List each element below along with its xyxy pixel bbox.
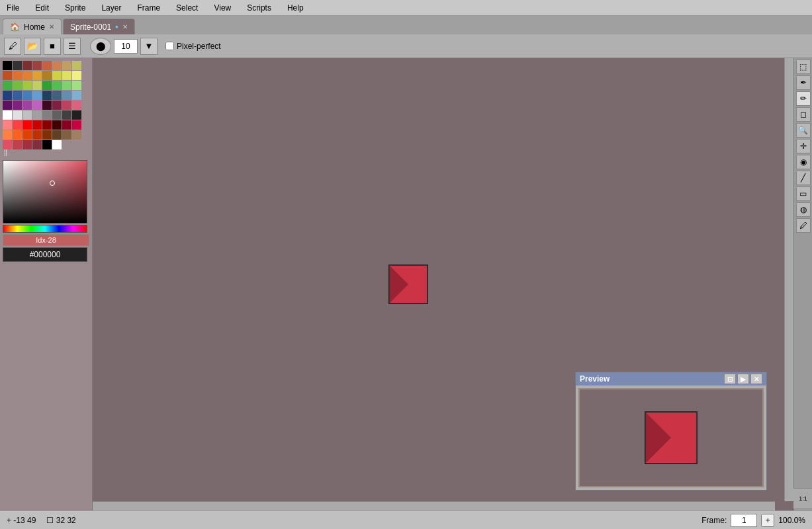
color-swatch[interactable]: [72, 101, 81, 110]
tab-home-close[interactable]: ✕: [49, 23, 54, 30]
color-swatch[interactable]: [42, 71, 52, 80]
preview-zoom-button[interactable]: ⊡: [724, 374, 736, 384]
menu-button[interactable]: ☰: [64, 38, 81, 55]
color-swatch[interactable]: [23, 120, 32, 130]
color-swatch[interactable]: [13, 110, 22, 120]
color-swatch[interactable]: [3, 81, 12, 90]
color-swatch[interactable]: [3, 91, 12, 100]
preview-close-button[interactable]: ✕: [750, 374, 762, 384]
color-swatch[interactable]: [32, 140, 42, 149]
color-swatch[interactable]: [13, 91, 22, 100]
color-swatch[interactable]: [32, 91, 42, 100]
menu-edit[interactable]: Edit: [31, 2, 53, 14]
color-swatch[interactable]: [72, 71, 81, 80]
color-swatch[interactable]: [52, 71, 62, 80]
color-swatch[interactable]: [42, 61, 52, 70]
horizontal-scrollbar[interactable]: [93, 501, 775, 510]
color-swatch[interactable]: [72, 120, 81, 130]
preview-play-button[interactable]: ▶: [737, 374, 749, 384]
save-button[interactable]: ■: [44, 38, 61, 55]
ink-tool[interactable]: ◍: [796, 202, 811, 217]
color-swatch[interactable]: [13, 140, 22, 149]
color-swatch[interactable]: [72, 110, 81, 120]
color-swatch[interactable]: [52, 91, 62, 100]
color-swatch[interactable]: [32, 101, 42, 110]
color-swatch[interactable]: [42, 120, 52, 130]
color-gradient[interactable]: [3, 160, 87, 224]
vertical-scrollbar[interactable]: [784, 58, 793, 501]
line-tool[interactable]: ╱: [796, 171, 811, 185]
color-button[interactable]: ⬤: [90, 38, 111, 55]
color-swatch[interactable]: [52, 140, 62, 149]
move-tool[interactable]: ✛: [796, 139, 811, 153]
color-swatch[interactable]: [32, 71, 42, 80]
color-swatch[interactable]: [3, 110, 12, 120]
rect-tool[interactable]: ▭: [796, 186, 811, 201]
color-swatch[interactable]: [52, 81, 62, 90]
ink-button[interactable]: ▼: [140, 38, 158, 55]
color-swatch[interactable]: [23, 101, 32, 110]
one-to-one-button[interactable]: 1:1: [793, 488, 813, 509]
color-swatch[interactable]: [42, 130, 52, 140]
tab-sprite[interactable]: Sprite-0001 ● ✕: [63, 19, 135, 34]
zoom-tool[interactable]: 🔍: [796, 123, 811, 138]
menu-scripts[interactable]: Scripts: [243, 2, 275, 14]
color-swatch[interactable]: [32, 61, 42, 70]
color-swatch[interactable]: [62, 110, 71, 120]
menu-file[interactable]: File: [3, 2, 23, 14]
color-swatch[interactable]: [32, 81, 42, 90]
color-swatch[interactable]: [72, 130, 81, 140]
color-swatch[interactable]: [13, 101, 22, 110]
color-swatch[interactable]: [3, 71, 12, 80]
color-swatch[interactable]: [62, 71, 71, 80]
menu-help[interactable]: Help: [283, 2, 308, 14]
color-swatch[interactable]: [13, 120, 22, 130]
pen-tool[interactable]: ✒: [796, 75, 811, 90]
color-swatch[interactable]: [42, 110, 52, 120]
color-swatch[interactable]: [72, 61, 81, 70]
color-swatch[interactable]: [52, 130, 62, 140]
open-button[interactable]: 📂: [24, 38, 41, 55]
canvas-area[interactable]: Preview ⊡ ▶ ✕: [93, 58, 793, 510]
color-swatch[interactable]: [62, 120, 71, 130]
color-swatch[interactable]: [72, 81, 81, 90]
eyedropper-tool[interactable]: 🖊: [796, 218, 811, 233]
color-swatch[interactable]: [32, 120, 42, 130]
color-swatch[interactable]: [13, 61, 22, 70]
color-swatch[interactable]: [13, 71, 22, 80]
color-swatch[interactable]: [23, 61, 32, 70]
color-swatch[interactable]: [23, 130, 32, 140]
color-swatch[interactable]: [32, 130, 42, 140]
tab-home[interactable]: 🏠 Home ✕: [3, 19, 62, 34]
menu-view[interactable]: View: [210, 2, 235, 14]
hue-bar[interactable]: [3, 225, 87, 233]
menu-select[interactable]: Select: [172, 2, 202, 14]
color-swatch[interactable]: [62, 91, 71, 100]
color-swatch[interactable]: [23, 110, 32, 120]
new-button[interactable]: 🖊: [4, 38, 21, 55]
hex-input[interactable]: [3, 247, 87, 262]
menu-layer[interactable]: Layer: [97, 2, 125, 14]
color-swatch[interactable]: [42, 140, 52, 149]
color-swatch[interactable]: [42, 81, 52, 90]
pixel-perfect-label[interactable]: Pixel-perfect: [165, 42, 221, 51]
color-swatch[interactable]: [23, 140, 32, 149]
eraser-tool[interactable]: ◻: [796, 107, 811, 122]
paint-bucket-tool[interactable]: ◉: [796, 155, 811, 169]
color-swatch[interactable]: [23, 91, 32, 100]
color-swatch[interactable]: [52, 61, 62, 70]
pencil-tool[interactable]: ✏: [796, 91, 811, 106]
color-swatch[interactable]: [62, 81, 71, 90]
color-swatch[interactable]: [52, 101, 62, 110]
color-swatch[interactable]: [52, 110, 62, 120]
menu-sprite[interactable]: Sprite: [61, 2, 89, 14]
color-swatch[interactable]: [3, 130, 12, 140]
color-swatch[interactable]: [42, 91, 52, 100]
color-swatch[interactable]: [3, 61, 12, 70]
brush-size-input[interactable]: [114, 39, 138, 54]
color-swatch[interactable]: [72, 91, 81, 100]
color-swatch[interactable]: [42, 101, 52, 110]
color-swatch[interactable]: [23, 71, 32, 80]
menu-frame[interactable]: Frame: [133, 2, 164, 14]
color-swatch[interactable]: [62, 130, 71, 140]
